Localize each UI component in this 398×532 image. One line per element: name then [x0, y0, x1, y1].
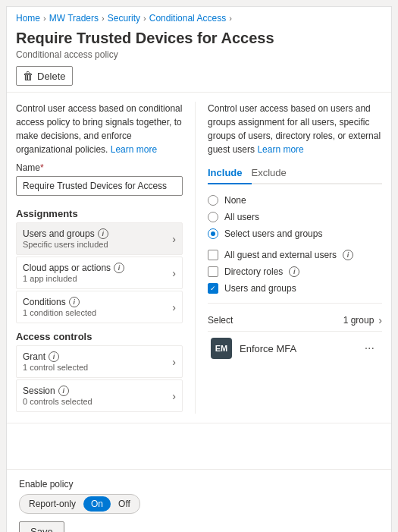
select-label: Select [208, 315, 233, 326]
grant-info-icon[interactable]: i [49, 351, 59, 362]
left-panel: Control user access based on conditional… [16, 102, 183, 414]
radio-select-users[interactable]: Select users and groups [208, 225, 382, 242]
users-groups-chevron: › [172, 233, 176, 245]
access-controls-header: Access controls [16, 331, 183, 342]
breadcrumb-sep-3: › [143, 14, 146, 23]
users-groups-info-icon[interactable]: i [98, 228, 108, 239]
conditions-row[interactable]: Conditions i 1 condition selected › [16, 291, 183, 323]
radio-none-label: None [224, 195, 246, 206]
required-asterisk: * [40, 162, 44, 173]
users-groups-row[interactable]: Users and groups i Specific users includ… [16, 222, 183, 255]
assignments-header: Assignments [16, 208, 183, 219]
tab-include[interactable]: Include [208, 162, 252, 184]
conditions-info-icon[interactable]: i [69, 297, 80, 307]
users-groups-title: Users and groups i [23, 228, 172, 239]
users-groups-content: Users and groups i Specific users includ… [23, 228, 172, 249]
breadcrumb-security[interactable]: Security [108, 13, 140, 24]
toggle-report-only[interactable]: Report-only [21, 496, 83, 512]
session-info-icon[interactable]: i [58, 386, 69, 396]
breadcrumb-home[interactable]: Home [16, 13, 40, 24]
right-panel: Control user access based on users and g… [195, 102, 382, 414]
checkbox-guest-label: All guest and external users [224, 250, 337, 260]
grant-title: Grant i [23, 351, 172, 362]
page-subtitle: Conditional access policy [16, 49, 382, 60]
conditions-content: Conditions i 1 condition selected [23, 297, 172, 317]
divider [208, 303, 382, 304]
tab-exclude[interactable]: Exclude [252, 162, 296, 184]
session-row[interactable]: Session i 0 controls selected › [16, 379, 183, 412]
checkbox-directory-box [208, 266, 218, 277]
include-exclude-tabs: Include Exclude [208, 162, 382, 184]
cloud-apps-row[interactable]: Cloud apps or actions i 1 app included › [16, 257, 183, 289]
breadcrumb-sep-4: › [229, 14, 232, 23]
main-content: Control user access based on conditional… [7, 93, 391, 423]
cloud-apps-info-icon[interactable]: i [114, 263, 124, 273]
grant-content: Grant i 1 control selected [23, 351, 172, 372]
radio-all-users-label: All users [224, 212, 259, 222]
spacer [7, 423, 391, 469]
session-content: Session i 0 controls selected [23, 386, 172, 406]
breadcrumb-conditional-access[interactable]: Conditional Access [149, 13, 226, 24]
checkbox-users-groups[interactable]: ✓ Users and groups [208, 280, 382, 297]
learn-more-left[interactable]: Learn more [111, 144, 157, 155]
page-container: Home › MW Traders › Security › Condition… [6, 6, 392, 532]
radio-select-users-label: Select users and groups [224, 228, 322, 239]
select-chevron: › [378, 314, 382, 326]
right-description: Control user access based on users and g… [208, 102, 382, 156]
group-avatar: EM [211, 338, 232, 359]
conditions-subtitle: 1 condition selected [23, 308, 172, 317]
session-subtitle: 0 controls selected [23, 397, 172, 406]
radio-select-users-circle [208, 228, 218, 239]
delete-label: Delete [37, 71, 66, 82]
checkbox-users-groups-label: Users and groups [224, 283, 296, 294]
name-field-label: Name* [16, 162, 183, 173]
title-area: Require Trusted Devices for Access Condi… [7, 27, 391, 93]
radio-all-users[interactable]: All users [208, 209, 382, 225]
session-title: Session i [23, 386, 172, 396]
grant-row[interactable]: Grant i 1 control selected › [16, 345, 183, 378]
radio-all-users-circle [208, 212, 218, 222]
footer-area: Enable policy Report-only On Off Save [7, 469, 391, 532]
group-ellipsis-button[interactable]: ··· [360, 340, 379, 357]
checkbox-directory[interactable]: Directory roles i [208, 263, 382, 280]
radio-none-circle [208, 195, 218, 206]
checkbox-guest-box [208, 250, 218, 260]
checkbox-users-groups-check: ✓ [210, 285, 216, 292]
save-button[interactable]: Save [19, 521, 64, 532]
page-title: Require Trusted Devices for Access [16, 28, 382, 48]
radio-none[interactable]: None [208, 192, 382, 209]
checkbox-guest-info-icon[interactable]: i [343, 250, 353, 260]
cloud-apps-content: Cloud apps or actions i 1 app included [23, 263, 172, 283]
group-item: EM Enforce MFA ··· [208, 332, 382, 365]
toggle-on[interactable]: On [83, 496, 111, 512]
radio-select-users-dot [211, 231, 215, 236]
delete-button[interactable]: 🗑 Delete [16, 66, 73, 86]
breadcrumb-mwtraders[interactable]: MW Traders [49, 13, 99, 24]
checkbox-users-groups-box: ✓ [208, 283, 218, 294]
session-chevron: › [172, 390, 176, 402]
users-groups-subtitle: Specific users included [23, 240, 172, 249]
toggle-off[interactable]: Off [111, 496, 138, 512]
cloud-apps-chevron: › [172, 267, 176, 279]
select-right: 1 group › [343, 314, 382, 326]
checkbox-directory-label: Directory roles [224, 266, 283, 277]
conditions-title: Conditions i [23, 297, 172, 307]
breadcrumb: Home › MW Traders › Security › Condition… [7, 7, 391, 27]
select-value: 1 group [343, 315, 374, 326]
learn-more-right[interactable]: Learn more [257, 144, 303, 155]
delete-icon: 🗑 [23, 70, 33, 82]
checkbox-guest[interactable]: All guest and external users i [208, 247, 382, 263]
cloud-apps-subtitle: 1 app included [23, 274, 172, 283]
left-description: Control user access based on conditional… [16, 102, 183, 156]
select-group-row[interactable]: Select 1 group › [208, 310, 382, 332]
name-input[interactable] [16, 176, 183, 196]
toggle-group: Report-only On Off [19, 494, 140, 514]
group-name: Enforce MFA [240, 343, 353, 354]
conditions-chevron: › [172, 301, 176, 313]
breadcrumb-sep-2: › [102, 14, 105, 23]
checkbox-directory-info-icon[interactable]: i [289, 266, 299, 277]
breadcrumb-sep-1: › [43, 14, 46, 23]
grant-chevron: › [172, 356, 176, 368]
checkboxes-area: All guest and external users i Directory… [208, 247, 382, 297]
enable-policy-label: Enable policy [19, 479, 379, 490]
